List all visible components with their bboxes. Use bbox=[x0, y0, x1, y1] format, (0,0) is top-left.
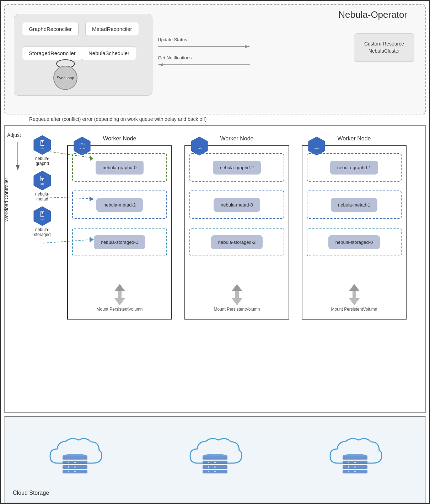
mount-2: Mount PersistentVolumn bbox=[214, 284, 260, 312]
metad-reconciler: MetadReconciler bbox=[85, 22, 139, 36]
graphd-section-1: nebula-graphd-0 bbox=[72, 153, 167, 182]
status-arrows-container: Update Status Get Notifications bbox=[158, 37, 268, 69]
pod-graphd-0: nebula-graphd-0 bbox=[96, 161, 144, 175]
svg-text:⬡⬡: ⬡⬡ bbox=[80, 143, 85, 146]
update-status-row: Update Status bbox=[158, 37, 268, 51]
reconciler-box: GraphdReconciler MetadReconciler Storage… bbox=[14, 14, 152, 96]
update-status-arrow bbox=[158, 44, 250, 49]
mount-label-1: Mount PersistentVolumn bbox=[96, 307, 143, 312]
svg-marker-16 bbox=[74, 137, 90, 155]
svg-marker-24 bbox=[231, 291, 242, 305]
svg-point-46 bbox=[214, 462, 216, 463]
worker-node-3: Worker Node node nebula-graphd-1 nebula-… bbox=[302, 145, 407, 320]
storaged-section-3: nebula-storaged-0 bbox=[307, 228, 402, 256]
middle-section: Workload Controller 🗄 sts nebula-graphd bbox=[4, 125, 426, 413]
metad-section-3: nebula-metad-1 bbox=[307, 191, 402, 219]
worker-node-2: Worker Node node nebula-graphd-2 nebula-… bbox=[184, 145, 289, 320]
workload-icons-column: 🗄 sts nebula-graphd 🗄 sts neb bbox=[25, 135, 60, 241]
svg-point-48 bbox=[214, 466, 216, 468]
bottom-section: Cloud Storage bbox=[4, 416, 426, 503]
svg-point-58 bbox=[348, 466, 349, 468]
svg-point-57 bbox=[354, 462, 356, 463]
update-status-label: Update Status bbox=[158, 37, 268, 42]
svg-marker-25 bbox=[308, 137, 325, 155]
cloud-storage-1 bbox=[47, 431, 103, 481]
svg-point-34 bbox=[68, 462, 69, 463]
svg-point-49 bbox=[208, 471, 209, 472]
get-notifications-label: Get Notifications bbox=[158, 55, 268, 60]
svg-text:node: node bbox=[80, 147, 85, 150]
svg-point-38 bbox=[68, 471, 69, 472]
requeue-text: Requeue after (conflict) error (dependin… bbox=[29, 116, 206, 122]
mount-1: Mount PersistentVolumn bbox=[96, 284, 143, 312]
svg-text:node: node bbox=[314, 147, 319, 150]
workload-icon-metad-label: nebula-metad bbox=[35, 192, 49, 202]
workers-area: Worker Node ⬡⬡ node nebula-graphd-0 nebu… bbox=[67, 131, 420, 341]
svg-point-45 bbox=[208, 462, 209, 463]
svg-point-39 bbox=[74, 471, 76, 472]
svg-point-37 bbox=[74, 466, 76, 468]
pod-graphd-1: nebula-graphd-1 bbox=[330, 161, 378, 175]
workload-controller-label: Workload Controller bbox=[4, 178, 9, 221]
worker-node-3-title: Worker Node bbox=[338, 135, 371, 142]
cloud-icons-container bbox=[5, 424, 425, 488]
svg-point-44 bbox=[203, 454, 227, 458]
cloud-storage-3 bbox=[327, 431, 383, 481]
svg-point-55 bbox=[343, 454, 367, 458]
storaged-section-2: nebula-storaged-2 bbox=[189, 228, 284, 256]
pod-metad-0: nebula-metad-0 bbox=[214, 198, 260, 212]
mount-label-3: Mount PersistentVolumn bbox=[331, 307, 377, 312]
graphd-reconciler: GraphdReconciler bbox=[22, 22, 79, 36]
worker-node-1-title: Worker Node bbox=[103, 135, 136, 142]
custom-resource-label: Custom ResourceNebulaCluster bbox=[364, 41, 404, 54]
workload-icon-graphd-label: nebula-graphd bbox=[35, 156, 49, 166]
pod-storaged-2: nebula-storaged-2 bbox=[211, 235, 263, 249]
cloud-storage-2 bbox=[187, 431, 243, 481]
graphd-section-2: nebula-graphd-2 bbox=[189, 153, 284, 182]
svg-point-33 bbox=[63, 454, 87, 458]
metad-section-2: nebula-metad-0 bbox=[189, 191, 284, 219]
mount-label-2: Mount PersistentVolumn bbox=[214, 307, 260, 312]
cloud-icon-2 bbox=[187, 431, 243, 481]
svg-point-60 bbox=[348, 471, 349, 472]
svg-marker-28 bbox=[349, 291, 359, 305]
svg-point-61 bbox=[354, 471, 356, 472]
metad-section-1: nebula-metad-2 bbox=[72, 191, 167, 219]
svg-marker-2 bbox=[245, 45, 250, 48]
pod-graphd-2: nebula-graphd-2 bbox=[213, 161, 261, 175]
cloud-icon-1 bbox=[47, 431, 103, 481]
workload-icon-graphd: 🗄 sts nebula-graphd bbox=[25, 135, 60, 166]
workload-icon-storaged: 🗄 sts nebula-storaged bbox=[25, 206, 60, 237]
main-container: Nebula-Operator GraphdReconciler MetadRe… bbox=[0, 0, 430, 504]
svg-point-56 bbox=[348, 462, 349, 463]
svg-point-35 bbox=[74, 462, 76, 463]
storaged-section-1: nebula-storaged-1 bbox=[72, 228, 167, 256]
svg-marker-4 bbox=[158, 63, 163, 66]
pod-storaged-0: nebula-storaged-0 bbox=[328, 235, 380, 249]
svg-text:node: node bbox=[197, 147, 202, 150]
cloud-storage-label: Cloud Storage bbox=[13, 490, 49, 496]
custom-resource-box: Custom ResourceNebulaCluster bbox=[354, 33, 414, 62]
pod-metad-2: nebula-metad-2 bbox=[96, 198, 143, 212]
get-notifications-row: Get Notifications bbox=[158, 55, 268, 69]
svg-marker-21 bbox=[191, 137, 208, 155]
pod-metad-1: nebula-metad-1 bbox=[331, 198, 377, 212]
nebula-operator-section: Nebula-Operator GraphdReconciler MetadRe… bbox=[4, 4, 426, 114]
workload-icon-storaged-label: nebula-storaged bbox=[34, 227, 51, 237]
syncloop-container: SyncLoop bbox=[53, 66, 77, 90]
workload-icon-metad: 🗄 sts nebula-metad bbox=[25, 170, 60, 202]
mount-3: Mount PersistentVolumn bbox=[331, 284, 377, 312]
svg-point-59 bbox=[354, 466, 356, 468]
pod-storaged-1: nebula-storaged-1 bbox=[94, 235, 146, 249]
get-notifications-arrow bbox=[158, 62, 250, 68]
worker-node-2-title: Worker Node bbox=[220, 135, 254, 142]
svg-point-47 bbox=[208, 466, 209, 468]
worker-node-1: Worker Node ⬡⬡ node nebula-graphd-0 nebu… bbox=[67, 145, 172, 320]
graphd-section-3: nebula-graphd-1 bbox=[307, 153, 402, 182]
svg-marker-20 bbox=[114, 291, 125, 305]
svg-point-50 bbox=[214, 471, 216, 472]
syncloop-circle: SyncLoop bbox=[53, 66, 77, 90]
nebula-operator-title: Nebula-Operator bbox=[338, 9, 407, 20]
cloud-icon-3 bbox=[327, 431, 383, 481]
nebula-scheduler: NebulaScheduler bbox=[82, 46, 136, 60]
